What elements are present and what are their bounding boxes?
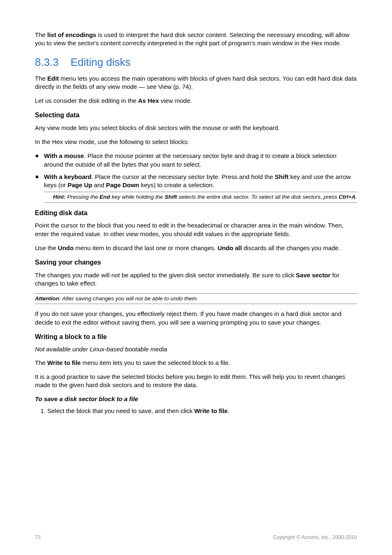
hint-box: Hint: Pressing the End key while holding… — [44, 192, 357, 202]
hint-text: Hint: Pressing the End key while holding… — [53, 193, 357, 201]
paragraph-good-practice: It is a good practice to save the select… — [35, 373, 357, 390]
heading-to-save-block: To save a disk sector block to a file — [35, 395, 357, 403]
page-number: 73 — [35, 534, 41, 541]
heading-saving-changes: Saving your changes — [35, 258, 357, 267]
select-methods-list: With a mouse. Place the mouse pointer at… — [35, 152, 357, 202]
paragraph-select-intro: Any view mode lets you select blocks of … — [35, 124, 357, 132]
paragraph-ashex: Let us consider the disk editing in the … — [35, 97, 357, 105]
section-heading: 8.3.3 Editing disks — [35, 55, 357, 70]
section-number: 8.3.3 — [35, 56, 59, 68]
heading-editing-disk-data: Editing disk data — [35, 209, 357, 218]
section-title: Editing disks — [71, 56, 131, 68]
list-item: With a mouse. Place the mouse pointer at… — [44, 152, 357, 169]
attention-box: Attention: After saving changes you will… — [35, 293, 357, 304]
paragraph-write-to-file: The Write to file menu item lets you to … — [35, 359, 357, 367]
paragraph-save-sector: The changes you made will not be applied… — [35, 271, 357, 288]
paragraph-point-cursor: Point the cursor to the block that you n… — [35, 221, 357, 238]
list-item: With a keyboard. Place the cursor at the… — [44, 173, 357, 203]
heading-writing-block: Writing a block to a file — [35, 332, 357, 341]
intro-paragraph: The list of encodings is used to interpr… — [35, 31, 357, 48]
paragraph-undo: Use the Undo menu item to discard the la… — [35, 244, 357, 252]
paragraph-reject-changes: If you do not save your changes, you eff… — [35, 310, 357, 327]
heading-selecting-data: Selecting data — [35, 111, 357, 120]
copyright-text: Copyright © Acronis, Inc., 2000-2010 — [273, 534, 357, 541]
list-item: Select the block that you need to save, … — [47, 407, 357, 415]
page-footer: 73 Copyright © Acronis, Inc., 2000-2010 — [35, 534, 357, 541]
paragraph-hex-select: In the Hex view mode, use the following … — [35, 138, 357, 146]
paragraph-edit-menu: The Edit menu lets you access the main o… — [35, 74, 357, 91]
list-item-text: With a keyboard. Place the cursor at the… — [44, 173, 357, 190]
save-steps-list: Select the block that you need to save, … — [35, 407, 357, 415]
linux-note: Not available under Linux-based bootable… — [35, 345, 357, 353]
